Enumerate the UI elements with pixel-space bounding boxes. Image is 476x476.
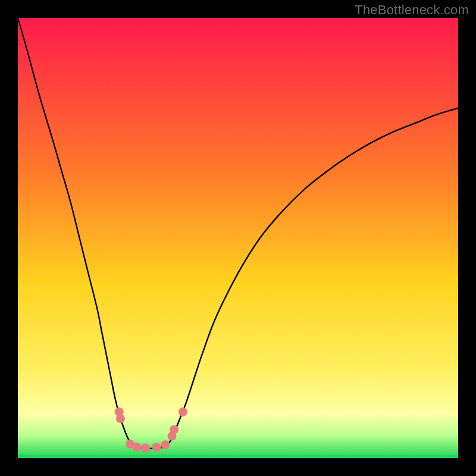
data-marker [116, 414, 125, 423]
data-marker [132, 443, 141, 452]
plot-svg [18, 18, 458, 458]
data-marker [141, 443, 150, 452]
bottom-green-line [18, 455, 458, 458]
data-marker [170, 425, 178, 434]
gradient-background [18, 18, 458, 458]
data-marker [152, 443, 161, 452]
watermark-text: TheBottleneck.com [355, 2, 469, 18]
chart-frame: TheBottleneck.com [0, 0, 476, 476]
data-marker [178, 408, 187, 416]
data-marker [161, 440, 170, 449]
